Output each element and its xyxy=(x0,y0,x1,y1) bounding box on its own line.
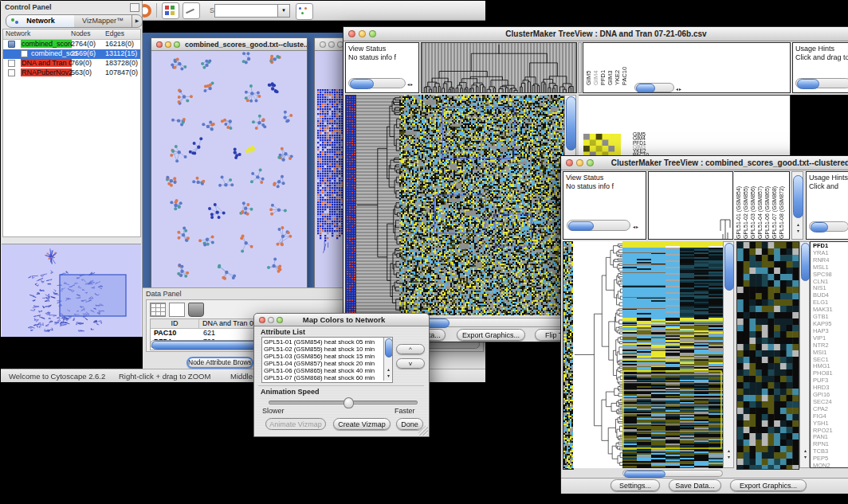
scroll-arrows[interactable]: ▴▾ xyxy=(803,447,808,460)
search-input[interactable] xyxy=(214,4,278,18)
zoom-icon[interactable] xyxy=(369,30,376,37)
column-label[interactable]: GIM4 xyxy=(593,44,599,85)
zoom-heatmap-canvas[interactable] xyxy=(736,241,799,470)
column-label[interactable]: PAC10 xyxy=(622,44,628,85)
annotation-icon[interactable] xyxy=(183,2,200,19)
hscroll-thumb[interactable] xyxy=(350,79,374,89)
search-dropdown-arrow[interactable]: ▾ xyxy=(277,4,290,18)
resize-grip[interactable] xyxy=(418,426,428,436)
new-attribute-icon[interactable] xyxy=(169,303,185,317)
column-label[interactable]: GPL51-03 (GSM856) xyxy=(750,174,756,239)
tab-overflow-button[interactable]: ▶ xyxy=(132,14,143,28)
hscroll-thumb[interactable] xyxy=(797,79,819,89)
hscroll-thumb[interactable] xyxy=(624,471,665,478)
global-overview-strip[interactable] xyxy=(563,241,574,470)
treeview1-title-bar[interactable]: ClusterMaker TreeView : DNA and Tran 07-… xyxy=(344,27,848,41)
minimize-icon[interactable] xyxy=(268,317,274,323)
tv2-vscroll[interactable]: ▴▾ xyxy=(723,241,734,468)
network-row[interactable]: DNA and Tran 07769(0)183728(0) xyxy=(3,59,140,68)
network-file-icon[interactable] xyxy=(296,3,313,20)
hscroll-thumb[interactable] xyxy=(636,84,655,93)
heatmap-canvas[interactable] xyxy=(399,95,564,315)
delete-attribute-icon[interactable] xyxy=(188,303,204,317)
col-nodes[interactable]: Nodes xyxy=(71,29,91,37)
row-dendrogram-canvas[interactable] xyxy=(356,95,399,315)
cluster-network-canvas[interactable] xyxy=(151,50,307,293)
vscroll-thumb[interactable] xyxy=(385,338,393,357)
column-label[interactable]: YKE2 xyxy=(614,44,621,85)
network-row[interactable]: combined_scores2764(0)16218(0) xyxy=(3,40,140,49)
scroll-arrows[interactable]: ▴▾ xyxy=(795,221,801,234)
frame1-title-bar[interactable]: combined_scores_good.txt--cluste... xyxy=(151,38,307,51)
float-panel-icon[interactable] xyxy=(130,3,139,12)
column-label[interactable]: GPL51-08 (GSM872) xyxy=(779,174,785,239)
global-overview-strip[interactable] xyxy=(345,95,356,317)
birdseye-canvas[interactable] xyxy=(2,244,139,335)
column-label[interactable]: GPL51-06 (GSM865) xyxy=(764,174,771,239)
move-up-button[interactable]: ^ xyxy=(396,344,425,354)
list-vscroll[interactable]: ▴▾ xyxy=(383,338,392,381)
usage-hscroll[interactable] xyxy=(795,78,848,88)
animation-speed-slider[interactable] xyxy=(269,400,418,404)
hscroll-thumb[interactable] xyxy=(568,221,594,231)
column-dendrogram-canvas[interactable] xyxy=(421,42,577,93)
scroll-arrows[interactable]: ◂▸ xyxy=(676,86,682,92)
network-row[interactable]: combined_sco2569(6)13112(15) xyxy=(3,49,140,59)
close-icon[interactable] xyxy=(566,159,573,166)
attribute-item[interactable]: GPL51-03 (GSM856) heat shock 15 min xyxy=(264,353,392,360)
minimize-icon[interactable] xyxy=(359,30,366,37)
zoom-icon[interactable] xyxy=(174,41,180,48)
tv2-column-tree-canvas[interactable] xyxy=(649,172,732,239)
col-network[interactable]: Network xyxy=(6,29,30,37)
node-attribute-browser-tab[interactable]: Node Attribute Brows... xyxy=(186,357,253,369)
vizmapper-icon[interactable] xyxy=(162,2,179,19)
tv2-export-graphics-button[interactable]: Export Graphics... xyxy=(730,479,807,491)
column-label[interactable]: GPL51-01 (GSM854) xyxy=(736,174,742,239)
close-icon[interactable] xyxy=(259,317,265,323)
close-icon[interactable] xyxy=(320,41,326,48)
close-icon[interactable] xyxy=(348,30,355,37)
attribute-item[interactable]: GPL51-06 (GSM865) heat shock 40 min xyxy=(264,367,392,374)
tv1-splitter[interactable] xyxy=(578,42,582,93)
scroll-arrows[interactable]: ◂▸ xyxy=(407,81,414,87)
scroll-arrows[interactable]: ▴▾ xyxy=(386,366,391,379)
column-label[interactable]: GPL51-04 (GSM857) xyxy=(757,174,764,239)
gene-list-vscroll[interactable]: ▴▾ xyxy=(799,241,810,468)
row-dendrogram-canvas[interactable] xyxy=(573,241,622,468)
minimize-icon[interactable] xyxy=(328,41,335,48)
create-vizmap-button[interactable]: Create Vizmap xyxy=(333,418,391,430)
gene-label[interactable]: MON2 xyxy=(813,463,848,468)
usage-hscroll[interactable] xyxy=(809,221,848,232)
minimize-icon[interactable] xyxy=(165,41,171,48)
attribute-listbox[interactable]: GPL51-01 (GSM854) heat shock 05 minGPL51… xyxy=(261,337,393,383)
attribute-item[interactable]: GPL51-04 (GSM857) heat shock 20 min xyxy=(264,360,392,367)
tv2-settings-button[interactable]: Settings... xyxy=(610,479,660,491)
attribute-item[interactable]: GPL51-01 (GSM854) heat shock 05 min xyxy=(264,338,392,346)
tab-vizmapper[interactable]: VizMapper™ xyxy=(74,14,132,28)
close-icon[interactable] xyxy=(156,41,163,48)
tv2-label-vscroll[interactable]: ▴▾ xyxy=(791,171,803,240)
birdseye-view[interactable] xyxy=(2,244,141,337)
network-frame-1[interactable]: combined_scores_good.txt--cluste... xyxy=(151,37,308,294)
vscroll-thumb[interactable] xyxy=(724,243,734,291)
tv2-save-data-button[interactable]: Save Data... xyxy=(669,479,721,491)
column-label[interactable]: PFD1 xyxy=(600,44,607,85)
animate-vizmap-button[interactable]: Animate Vizmap xyxy=(265,418,326,430)
column-label[interactable]: GIM5 xyxy=(586,44,592,85)
dialog-title-bar[interactable]: Map Colors to Network xyxy=(254,314,429,326)
vscroll-thumb[interactable] xyxy=(566,96,576,150)
minimize-icon[interactable] xyxy=(576,159,583,166)
id-column-header[interactable]: ID xyxy=(151,319,199,329)
collabel-hscroll[interactable] xyxy=(634,83,674,92)
table-mode-icon[interactable] xyxy=(150,303,166,317)
scroll-arrows[interactable]: ◂▸ xyxy=(633,224,639,229)
move-down-button[interactable]: v xyxy=(396,358,425,369)
network-row[interactable]: RNAPuberNov2+563(0)107847(0) xyxy=(3,68,140,78)
hscroll-thumb[interactable] xyxy=(811,222,828,232)
vscroll-thumb[interactable] xyxy=(801,243,810,281)
scroll-arrows[interactable]: ▴▾ xyxy=(726,447,732,460)
slider-thumb[interactable] xyxy=(344,397,354,408)
column-label[interactable]: GIM3 xyxy=(607,44,614,85)
tab-network[interactable]: Network xyxy=(6,14,76,28)
attribute-item[interactable]: GPL51-07 (GSM868) heat shock 60 min xyxy=(264,374,392,381)
